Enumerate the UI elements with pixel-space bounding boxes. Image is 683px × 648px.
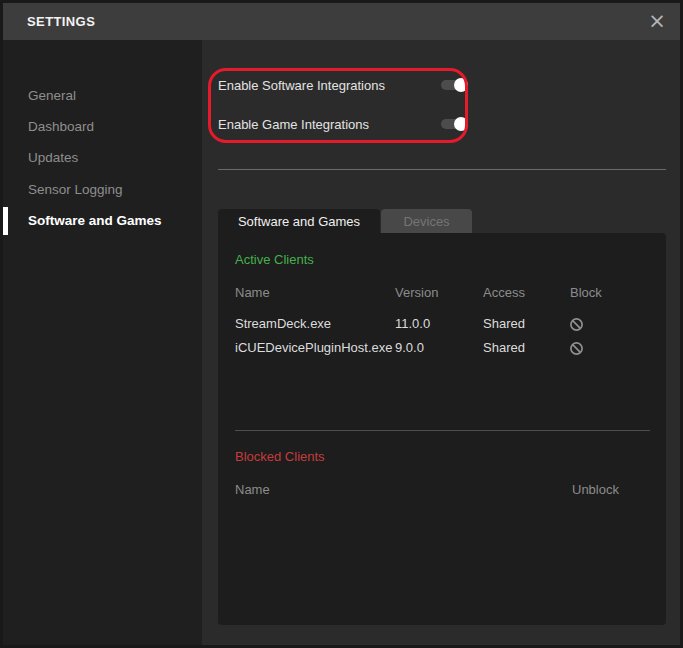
blocked-clients-header-row: Name Unblock xyxy=(218,481,666,499)
software-integrations-label: Enable Software Integrations xyxy=(218,78,385,93)
column-header-name: Name xyxy=(235,284,270,302)
game-integrations-row: Enable Game Integrations xyxy=(218,115,369,133)
client-name: StreamDeck.exe xyxy=(235,315,331,333)
settings-main-panel: Enable Software Integrations Enable Game… xyxy=(202,40,680,645)
game-integrations-label: Enable Game Integrations xyxy=(218,117,369,132)
software-integrations-row: Enable Software Integrations xyxy=(218,76,385,94)
column-header-unblock: Unblock xyxy=(572,481,619,499)
client-version: 11.0.0 xyxy=(395,315,430,333)
close-icon[interactable]: × xyxy=(642,6,672,36)
blocked-clients-title: Blocked Clients xyxy=(235,449,325,465)
sidebar-item-dashboard[interactable]: Dashboard xyxy=(3,111,202,143)
toggle-knob xyxy=(454,117,468,131)
active-clients-header-row: Name Version Access Block xyxy=(218,284,666,302)
sidebar-item-general[interactable]: General xyxy=(3,80,202,112)
client-version: 9.0.0 xyxy=(395,339,424,357)
client-access: Shared xyxy=(483,315,525,333)
toggle-knob xyxy=(454,78,468,92)
sidebar-item-sensor-logging[interactable]: Sensor Logging xyxy=(3,174,202,206)
window-title: SETTINGS xyxy=(27,3,95,40)
column-header-block: Block xyxy=(570,284,602,302)
titlebar: SETTINGS × xyxy=(3,3,680,40)
tab-software-and-games[interactable]: Software and Games xyxy=(218,209,380,233)
block-client-icon[interactable] xyxy=(568,316,585,333)
column-header-version: Version xyxy=(395,284,438,302)
table-row: StreamDeck.exe 11.0.0 Shared xyxy=(218,315,666,333)
section-divider xyxy=(218,169,666,170)
software-and-games-panel: Active Clients Name Version Access Block… xyxy=(218,233,666,625)
client-access: Shared xyxy=(483,339,525,357)
settings-sidebar: General Dashboard Updates Sensor Logging… xyxy=(3,40,202,645)
block-client-icon[interactable] xyxy=(568,340,585,357)
column-header-access: Access xyxy=(483,284,525,302)
column-header-name: Name xyxy=(235,481,270,499)
sidebar-item-updates[interactable]: Updates xyxy=(3,142,202,174)
software-integrations-toggle[interactable] xyxy=(441,78,468,92)
active-item-indicator xyxy=(3,207,8,235)
sidebar-item-software-and-games[interactable]: Software and Games xyxy=(3,205,202,237)
tab-devices[interactable]: Devices xyxy=(381,209,472,233)
sidebar-item-label: Software and Games xyxy=(28,213,162,228)
active-clients-title: Active Clients xyxy=(235,252,314,268)
client-name: iCUEDevicePluginHost.exe xyxy=(235,339,393,357)
settings-window: SETTINGS × General Dashboard Updates Sen… xyxy=(0,0,683,648)
table-row: iCUEDevicePluginHost.exe 9.0.0 Shared xyxy=(218,339,666,357)
game-integrations-toggle[interactable] xyxy=(441,117,468,131)
clients-divider xyxy=(235,430,650,431)
